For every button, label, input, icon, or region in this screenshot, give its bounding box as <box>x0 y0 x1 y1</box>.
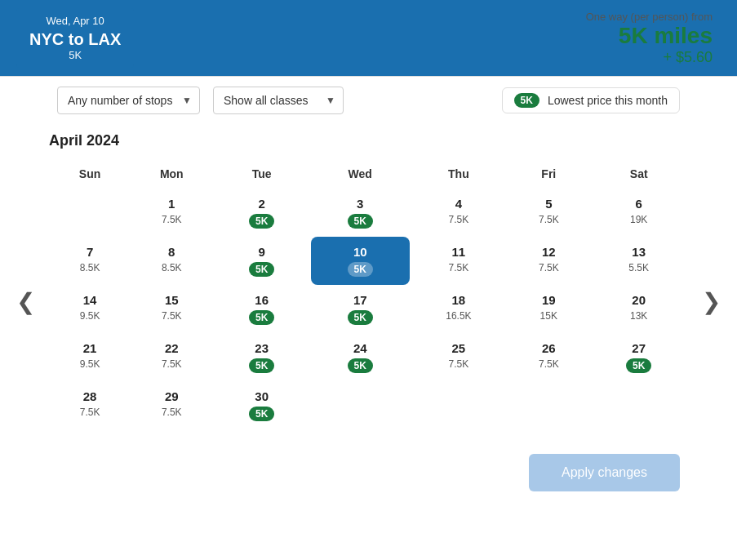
flight-date: Wed, Apr 10 <box>29 15 121 27</box>
calendar-day-cell[interactable]: 135.5K <box>589 237 688 285</box>
day-price: 7.5K <box>413 262 505 273</box>
calendar-week-row: 78.5K88.5K95K105K117.5K127.5K135.5K <box>49 237 688 285</box>
calendar-week-row: 219.5K227.5K235K245K257.5K267.5K275K <box>49 333 688 381</box>
calendar-day-cell[interactable]: 57.5K <box>508 189 589 237</box>
day-price: 7.5K <box>134 214 209 225</box>
day-number: 22 <box>134 341 209 355</box>
day-number: 29 <box>134 389 209 403</box>
price-badge: 5K <box>249 214 274 229</box>
calendar-day-cell[interactable]: 1915K <box>508 285 589 333</box>
price-badge: 5K <box>249 358 274 373</box>
calendar-day-cell <box>410 381 508 429</box>
fee-label: + $5.60 <box>586 49 713 66</box>
day-number: 7 <box>52 245 127 259</box>
calendar-grid: Sun Mon Tue Wed Thu Fri Sat 17.5K25K35K4… <box>49 162 688 429</box>
apply-button-bar: Apply changes <box>0 446 737 508</box>
next-month-button[interactable]: ❯ <box>694 279 729 322</box>
price-badge: 5K <box>249 407 274 421</box>
calendar-day-cell[interactable]: 1816.5K <box>410 285 508 333</box>
calendar-day-cell[interactable]: 227.5K <box>131 333 212 381</box>
price-badge: 5K <box>348 310 373 325</box>
day-number: 2 <box>215 197 308 211</box>
day-number: 13 <box>593 245 685 259</box>
price-badge: 5K <box>348 358 373 373</box>
calendar-day-cell[interactable]: 149.5K <box>49 285 131 333</box>
day-number: 9 <box>215 245 308 259</box>
calendar-day-cell[interactable]: 175K <box>311 285 410 333</box>
day-number: 14 <box>52 293 127 307</box>
calendar-day-cell[interactable]: 105K <box>311 237 410 285</box>
calendar-container: ❮ ❯ April 2024 Sun Mon Tue Wed Thu Fri S… <box>0 124 737 446</box>
one-way-label: One way (per person) from <box>586 11 713 23</box>
filter-bar: Any number of stops Nonstop only 1 stop … <box>0 77 737 124</box>
lowest-price-text: Lowest price this month <box>548 94 668 107</box>
badge-5k-label: 5K <box>514 93 539 108</box>
day-number: 21 <box>52 341 127 355</box>
day-number: 24 <box>314 341 406 355</box>
calendar-day-cell[interactable]: 117.5K <box>410 237 508 285</box>
col-thu: Thu <box>410 162 508 189</box>
stops-select-wrapper[interactable]: Any number of stops Nonstop only 1 stop … <box>57 87 200 114</box>
calendar-day-cell[interactable]: 165K <box>212 285 311 333</box>
col-tue: Tue <box>212 162 311 189</box>
day-number: 6 <box>593 197 685 211</box>
calendar-day-cell[interactable]: 157.5K <box>131 285 212 333</box>
price-summary: One way (per person) from 5K miles + $5.… <box>586 11 721 66</box>
calendar-header-row: Sun Mon Tue Wed Thu Fri Sat <box>49 162 688 189</box>
day-price: 9.5K <box>52 310 127 322</box>
day-number: 20 <box>593 293 685 307</box>
day-price: 16.5K <box>413 310 505 322</box>
calendar-day-cell[interactable]: 2013K <box>589 285 688 333</box>
calendar-day-cell[interactable]: 275K <box>589 333 688 381</box>
calendar-day-cell <box>589 381 688 429</box>
col-wed: Wed <box>311 162 410 189</box>
calendar-day-cell <box>49 189 131 237</box>
calendar-day-cell[interactable]: 287.5K <box>49 381 131 429</box>
calendar-day-cell[interactable]: 47.5K <box>410 189 508 237</box>
stops-select[interactable]: Any number of stops Nonstop only 1 stop … <box>57 87 200 114</box>
day-number: 11 <box>413 245 505 259</box>
calendar-day-cell[interactable]: 219.5K <box>49 333 131 381</box>
calendar-day-cell[interactable]: 245K <box>311 333 410 381</box>
calendar-title: April 2024 <box>49 132 688 149</box>
calendar-day-cell[interactable]: 235K <box>212 333 311 381</box>
calendar-day-cell[interactable]: 25K <box>212 189 311 237</box>
day-number: 8 <box>134 245 209 259</box>
day-price: 8.5K <box>52 262 127 273</box>
day-price: 5.5K <box>593 262 685 273</box>
calendar-day-cell[interactable]: 88.5K <box>131 237 212 285</box>
calendar-day-cell[interactable]: 95K <box>212 237 311 285</box>
day-price: 7.5K <box>134 310 209 322</box>
calendar-day-cell[interactable]: 127.5K <box>508 237 589 285</box>
calendar-day-cell[interactable]: 619K <box>589 189 688 237</box>
calendar-week-row: 149.5K157.5K165K175K1816.5K1915K2013K <box>49 285 688 333</box>
calendar-day-cell[interactable]: 257.5K <box>410 333 508 381</box>
day-price: 7.5K <box>511 358 586 370</box>
flight-info-box: Wed, Apr 10 NYC to LAX 5K <box>16 8 134 68</box>
day-number: 16 <box>215 293 308 307</box>
calendar-day-cell <box>508 381 589 429</box>
flight-route: NYC to LAX <box>29 30 121 49</box>
prev-month-button[interactable]: ❮ <box>8 279 43 322</box>
apply-changes-button[interactable]: Apply changes <box>529 454 680 491</box>
price-badge: 5K <box>626 358 651 373</box>
price-badge: 5K <box>249 310 274 325</box>
calendar-day-cell[interactable]: 305K <box>212 381 311 429</box>
day-number: 3 <box>314 197 406 211</box>
col-fri: Fri <box>508 162 589 189</box>
lowest-price-badge: 5K Lowest price this month <box>502 87 680 113</box>
day-price: 7.5K <box>134 358 209 370</box>
day-price: 7.5K <box>413 214 505 225</box>
day-price: 7.5K <box>134 407 209 418</box>
miles-big: 5K miles <box>586 23 713 49</box>
calendar-day-cell[interactable]: 78.5K <box>49 237 131 285</box>
day-price: 13K <box>593 310 685 322</box>
calendar-day-cell[interactable]: 17.5K <box>131 189 212 237</box>
calendar-day-cell[interactable]: 297.5K <box>131 381 212 429</box>
classes-select-wrapper[interactable]: Show all classes Economy Business First … <box>213 87 344 114</box>
calendar-day-cell[interactable]: 35K <box>311 189 410 237</box>
day-price: 7.5K <box>511 214 586 225</box>
calendar-day-cell[interactable]: 267.5K <box>508 333 589 381</box>
classes-select[interactable]: Show all classes Economy Business First <box>213 87 344 114</box>
day-price: 7.5K <box>52 407 127 418</box>
